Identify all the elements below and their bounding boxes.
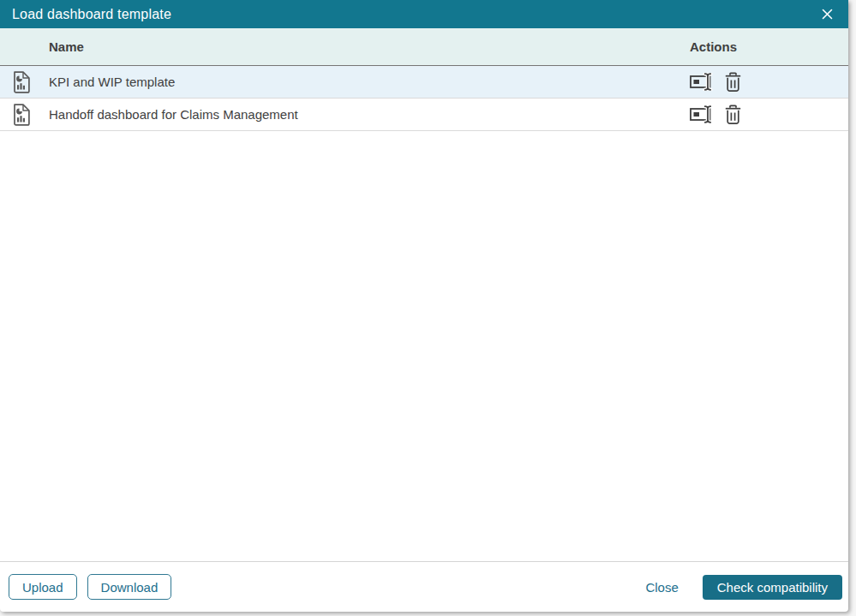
rename-button[interactable] (690, 105, 715, 123)
upload-button[interactable]: Upload (9, 574, 77, 600)
dialog-footer: Upload Download Close Check compatibilit… (0, 561, 848, 612)
trash-icon (724, 105, 742, 125)
template-name: KPI and WIP template (49, 75, 681, 89)
dialog-titlebar: Load dashboard template (0, 0, 848, 28)
column-header-name: Name (49, 39, 681, 54)
template-table-body: KPI and WIP template (0, 66, 848, 561)
delete-button[interactable] (724, 105, 742, 125)
check-compatibility-button[interactable]: Check compatibility (703, 575, 842, 600)
chart-document-icon (11, 71, 31, 93)
trash-icon (724, 72, 742, 93)
chart-document-icon (11, 104, 31, 126)
dialog-close-button[interactable] (817, 5, 836, 24)
delete-button[interactable] (724, 72, 742, 93)
close-icon (822, 9, 833, 20)
template-row[interactable]: KPI and WIP template (0, 66, 848, 99)
close-button[interactable]: Close (645, 580, 678, 595)
template-row[interactable]: Handoff dashboard for Claims Management (0, 99, 848, 131)
column-header-actions: Actions (681, 39, 848, 54)
load-dashboard-template-dialog: Load dashboard template Name Actions (0, 0, 848, 612)
table-header-row: Name Actions (0, 28, 848, 66)
rename-icon (690, 73, 715, 91)
template-name: Handoff dashboard for Claims Management (49, 107, 681, 122)
rename-button[interactable] (690, 73, 715, 91)
download-button[interactable]: Download (87, 574, 172, 600)
rename-icon (690, 105, 715, 123)
dialog-title: Load dashboard template (12, 7, 817, 22)
